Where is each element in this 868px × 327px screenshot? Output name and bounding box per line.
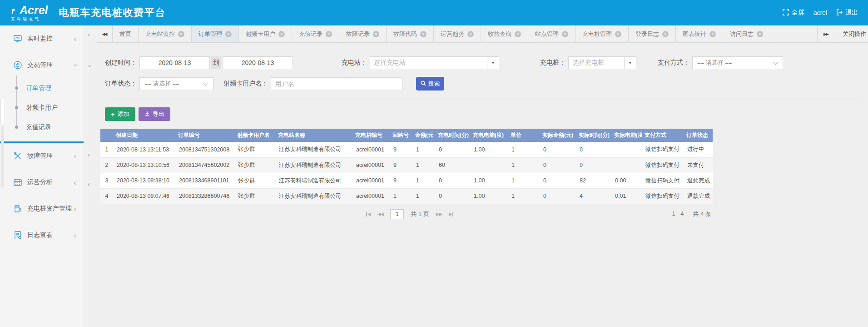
sidebar-scrollbar-track	[1, 126, 4, 187]
chevron-left-icon: ‹	[74, 179, 76, 186]
export-button[interactable]: 导出	[139, 107, 170, 121]
submenu-item-order-mgmt[interactable]: 订单管理	[0, 78, 84, 98]
station-combobox[interactable]: 选择充电站 ▼	[370, 56, 499, 69]
collapse-chevron-icon[interactable]: ‹	[88, 151, 90, 158]
tab-label: 图表统计	[683, 30, 706, 38]
cell: 2020-08-13 13:11:53	[113, 142, 175, 157]
tab-close-icon[interactable]: ×	[373, 31, 379, 37]
fullscreen-icon	[783, 9, 789, 17]
submenu-item-rfid-users[interactable]: 射频卡用户	[0, 98, 84, 117]
download-icon	[144, 111, 150, 118]
logout-button[interactable]: 退出	[836, 9, 858, 17]
search-button[interactable]: 搜索	[416, 77, 444, 91]
pile-combobox[interactable]: 选择充电桩 ▼	[568, 56, 636, 69]
station-combo-arrow-button[interactable]: ▼	[487, 57, 499, 69]
tab-item-3[interactable]: 订单管理×	[192, 25, 239, 42]
sidebar-item-log-view[interactable]: 日志查看 ‹	[0, 222, 84, 248]
pagination: ◀ ◀◀ 共 1 页 ▶▶ ▶ 1 - 4 共 4 条	[104, 207, 716, 221]
tab-close-icon[interactable]: ×	[615, 31, 621, 37]
tab-close-icon[interactable]: ×	[326, 31, 332, 37]
fullscreen-button[interactable]: 全屏	[783, 9, 804, 17]
tab-item-10[interactable]: 站点管理×	[528, 25, 575, 42]
next-page-icon: ▶▶	[436, 211, 442, 216]
tab-close-icon[interactable]: ×	[515, 31, 521, 37]
tab-close-icon[interactable]: ×	[278, 31, 285, 37]
sidebar-item-operation-analysis[interactable]: 运营分析 ‹	[0, 169, 84, 196]
tabs-scroll-right-button[interactable]: ▶▶	[817, 25, 835, 42]
search-label: 搜索	[428, 80, 440, 88]
tab-item-7[interactable]: 故障代码×	[387, 25, 434, 42]
station-placeholder: 选择充电站	[370, 57, 487, 69]
tab-label: 运营趋势	[441, 30, 464, 38]
date-to-label: 到	[211, 56, 221, 69]
range-label: 1 - 4	[672, 210, 684, 218]
collapse-chevron-icon[interactable]: ‹	[85, 65, 92, 67]
search-icon	[421, 80, 426, 87]
date-to-input[interactable]	[223, 56, 293, 69]
cell: 0	[540, 173, 576, 188]
table-row[interactable]: 12020-08-13 13:11:532008134751302008张少群江…	[100, 142, 713, 157]
last-page-button[interactable]: ▶	[449, 211, 453, 216]
cell: 2008133286600746	[175, 188, 234, 204]
cell: 3	[100, 173, 113, 188]
page-input[interactable]	[390, 209, 404, 219]
tab-item-12[interactable]: 登录日志×	[629, 25, 676, 42]
tab-close-icon[interactable]: ×	[178, 31, 184, 37]
cell: 1	[412, 142, 435, 157]
double-left-arrow-icon: ◀◀	[102, 32, 107, 36]
collapse-chevron-icon[interactable]: ‹	[88, 31, 90, 38]
sidebar-item-transaction-mgmt[interactable]: 交易管理 ‹	[0, 52, 84, 78]
tab-close-icon[interactable]: ×	[225, 31, 232, 37]
table-row[interactable]: 32020-08-13 09:38:102008133468901101张少群江…	[100, 173, 713, 188]
tab-item-6[interactable]: 故障记录×	[339, 25, 387, 42]
sidebar-scrollbar-thumb[interactable]	[0, 97, 5, 126]
first-page-button[interactable]: ◀	[366, 211, 371, 216]
tab-item-14[interactable]: 访问日志×	[723, 25, 770, 42]
table-row[interactable]: 42020-08-13 09:07:462008133286600746张少群江…	[100, 188, 713, 204]
cell: 0	[435, 142, 470, 157]
app-root: Acrel 安科瑞电气 电瓶车充电桩收费平台 全屏 acrel 退出	[0, 0, 868, 327]
submenu-item-recharge-records[interactable]: 充值记录	[0, 117, 84, 137]
tab-close-icon[interactable]: ×	[467, 31, 474, 37]
tab-close-icon[interactable]: ×	[757, 31, 763, 37]
tab-item-9[interactable]: 收益查询×	[481, 25, 528, 42]
sidebar-item-charger-asset-mgmt[interactable]: 充电桩资产管理 ‹	[0, 196, 84, 222]
cell: 9	[390, 173, 412, 188]
cell: 0.00	[611, 173, 642, 188]
payment-method-select[interactable]: == 请选择 ==	[692, 56, 783, 69]
rfid-username-input[interactable]	[271, 77, 402, 90]
pile-label: 充电桩：	[540, 59, 565, 67]
bullet-dot	[15, 106, 18, 109]
collapse-chevron-icon[interactable]: ‹	[88, 181, 90, 187]
table-row[interactable]: 22020-08-13 13:10:562008134745602002张少群江…	[100, 157, 713, 173]
tabbar: ◀◀ 首页充电站监控×订单管理×射频卡用户×充值记录×故障记录×故障代码×运营趋…	[97, 25, 868, 43]
tab-close-icon[interactable]: ×	[420, 31, 427, 37]
cell: 0	[576, 142, 611, 157]
cell: 0	[540, 157, 576, 173]
add-button[interactable]: + 添加	[105, 107, 135, 121]
tab-item-11[interactable]: 充电桩管理×	[575, 25, 629, 42]
sidebar-item-realtime-monitor[interactable]: 实时监控 ‹	[0, 25, 84, 52]
tab-item-5[interactable]: 充值记录×	[292, 25, 339, 42]
tab-close-icon[interactable]: ×	[562, 31, 568, 37]
tab-close-icon[interactable]: ×	[662, 31, 669, 37]
prev-page-button[interactable]: ◀◀	[377, 211, 383, 216]
column-header: 实际时间(分)	[576, 129, 611, 142]
order-status-select[interactable]: == 请选择 ==	[139, 77, 213, 90]
tab-item-4[interactable]: 射频卡用户×	[239, 25, 292, 42]
tab-item-13[interactable]: 图表统计×	[676, 25, 723, 42]
tab-item-2[interactable]: 充电站监控×	[139, 25, 192, 42]
tabs-scroll-left-button[interactable]: ◀◀	[97, 25, 113, 42]
tab-item-8[interactable]: 运营趋势×	[434, 25, 481, 42]
tab-item-1[interactable]: 首页	[113, 25, 139, 42]
cell: 微信扫码支付	[642, 173, 684, 188]
pile-combo-arrow-button[interactable]: ▼	[624, 57, 636, 69]
add-label: 添加	[118, 110, 129, 118]
close-operations-menu[interactable]: 关闭操作	[835, 25, 868, 42]
sidebar-item-fault-mgmt[interactable]: 故障管理 ‹	[0, 143, 84, 169]
date-from-input[interactable]	[139, 56, 210, 69]
next-page-button[interactable]: ▶▶	[436, 211, 442, 216]
tab-close-icon[interactable]: ×	[709, 31, 716, 37]
tabbar-right: ▶▶ 关闭操作	[817, 25, 868, 42]
username[interactable]: acrel	[813, 9, 827, 16]
